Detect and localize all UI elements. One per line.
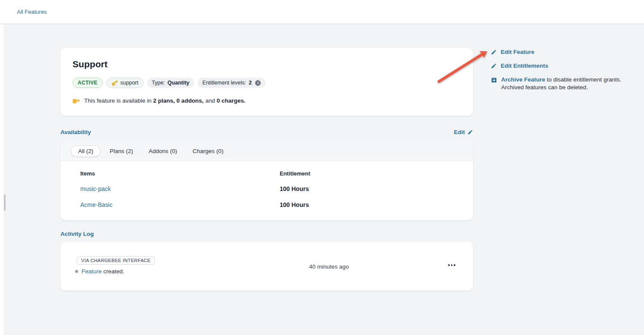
badges-row: ACTIVE support Type:Quantity Entitlement… [73,78,461,88]
info-icon[interactable]: i [255,80,261,86]
archive-feature-link[interactable]: Archive Feature [501,76,545,83]
type-badge-prefix: Type: [152,80,165,86]
pencil-icon [491,63,497,69]
more-options-button[interactable] [445,262,458,269]
entitlement-value: 100 Hours [280,185,309,192]
key-icon [111,80,118,86]
archive-icon [491,77,497,83]
availability-tabs: All (2) Plans (2) Addons (0) Charges (0) [60,141,473,161]
activity-entry: Feature created. [75,268,124,275]
page-title: Support [73,59,461,69]
activity-log-header: Activity Log [60,231,473,237]
availability-note-text: This feature is available in 2 plans, 0 … [84,97,246,104]
sidebar-resize-handle[interactable] [4,194,6,211]
tab-charges[interactable]: Charges (0) [186,145,230,157]
availability-edit-link[interactable]: Edit [454,129,474,135]
pencil-icon [491,49,497,55]
edit-entitlements-action: Edit Entitlements [491,62,638,70]
page: All Features Support ACTIVE support Type… [0,0,644,335]
pointing-right-icon [73,98,80,104]
archive-feature-action: Archive Feature to disable entitlement g… [491,76,638,91]
activity-log-heading: Activity Log [60,231,94,237]
actions-panel: Edit Feature Edit Entitlements Archive F… [491,48,638,97]
entitlement-levels-value: 2 [249,80,252,86]
activity-feature-link[interactable]: Feature [82,268,102,275]
activity-log-card: VIA CHARGEBEE INTERFACE Feature created.… [60,242,473,291]
type-badge-value: Quantity [167,80,189,86]
entitlement-levels-badge: Entitlement levels:2 i [198,78,265,88]
column-header-entitlement: Entitlement [280,170,310,177]
feature-id-label: support [120,80,139,86]
availability-heading: Availability [60,129,91,135]
type-badge: Type:Quantity [147,78,194,88]
tab-plans[interactable]: Plans (2) [103,145,139,157]
breadcrumb-all-features[interactable]: All Features [17,9,47,15]
activity-entry-text: Feature created. [82,268,124,275]
item-link-music-pack[interactable]: music-pack [80,185,111,192]
availability-note: This feature is available in 2 plans, 0 … [73,97,461,104]
ellipsis-icon [448,264,450,266]
top-bar: All Features [0,0,644,24]
availability-card: All (2) Plans (2) Addons (0) Charges (0)… [60,141,473,220]
archive-feature-text: Archive Feature to disable entitlement g… [501,76,638,91]
entitlement-value: 100 Hours [280,201,309,208]
ellipsis-icon [451,264,453,266]
edit-feature-link[interactable]: Edit Feature [501,48,534,56]
feature-card: Support ACTIVE support Type:Quantity Ent… [60,48,473,116]
feature-id-badge: support [106,78,144,88]
pencil-icon [467,129,473,135]
edit-feature-action: Edit Feature [491,48,638,56]
edit-entitlements-link[interactable]: Edit Entitlements [501,62,548,70]
ellipsis-icon [454,264,455,266]
item-link-acme-basic[interactable]: Acme-Basic [80,201,113,208]
availability-edit-label: Edit [454,129,465,135]
timestamp: 40 minutes ago [309,263,349,270]
entitlement-levels-label: Entitlement levels: [202,80,246,86]
tab-all[interactable]: All (2) [71,145,101,157]
tab-addons[interactable]: Addons (0) [142,145,183,157]
column-header-items: Items [80,170,95,177]
status-badge: ACTIVE [73,78,103,88]
availability-header: Availability Edit [60,129,473,135]
left-edge-strip [0,25,3,335]
bullet-dot-icon [75,270,78,273]
source-badge: VIA CHARGEBEE INTERFACE [77,256,155,265]
